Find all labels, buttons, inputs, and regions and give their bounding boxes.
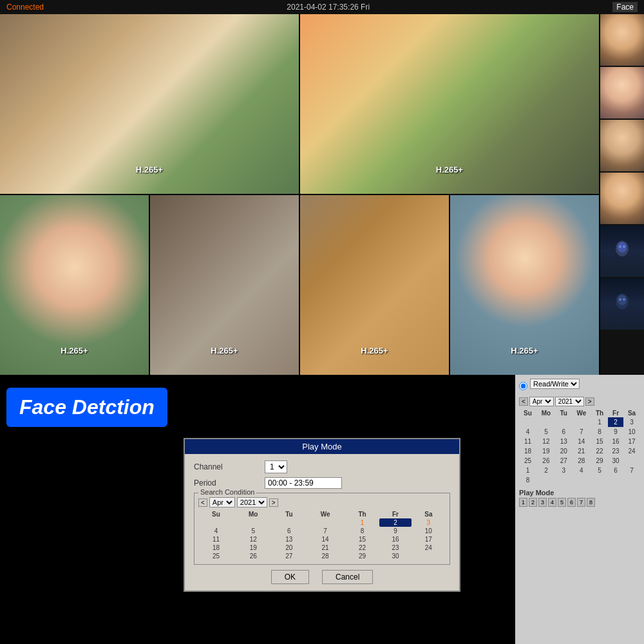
svg-point-5 bbox=[618, 295, 627, 305]
cal-prev-button[interactable]: < bbox=[519, 397, 528, 406]
face-thumb-2[interactable] bbox=[600, 67, 644, 118]
video-label-1: H.265+ bbox=[136, 165, 163, 175]
cal-header-sa: Sa bbox=[623, 409, 640, 417]
face-thumb-3[interactable] bbox=[600, 120, 644, 171]
period-row: Period bbox=[194, 477, 450, 489]
period-label: Period bbox=[194, 478, 265, 488]
svg-point-1 bbox=[618, 242, 627, 252]
play-mode-num-3[interactable]: 3 bbox=[538, 498, 547, 507]
channel-select[interactable]: 1 bbox=[265, 460, 287, 473]
mini-cal-table: SuMoTu WeThFrSa 123 4567 8910 11121314 1… bbox=[198, 510, 446, 560]
cal-header-su: Su bbox=[519, 409, 536, 417]
face-thumb-1[interactable] bbox=[600, 14, 644, 66]
video-cell-5[interactable]: H.265+ bbox=[300, 195, 449, 375]
cal-year-select[interactable]: 2021 bbox=[555, 397, 584, 406]
mini-cal-prev[interactable]: < bbox=[198, 498, 207, 507]
play-mode-dialog-title: Play Mode bbox=[185, 439, 459, 454]
cal-header-tu: Tu bbox=[556, 409, 572, 417]
video-cell-2[interactable]: H.265+ bbox=[300, 14, 599, 194]
datetime-display: 2021-04-02 17:35:26 Fri bbox=[287, 3, 370, 12]
play-mode-num-8[interactable]: 8 bbox=[587, 498, 595, 507]
search-condition-box: Search Condition < Apr 2021 > SuMoTu bbox=[194, 493, 450, 565]
svg-point-2 bbox=[619, 245, 621, 248]
top-bar: Connected 2021-04-02 17:35:26 Fri Face bbox=[0, 0, 644, 14]
cal-header-th: Th bbox=[591, 409, 608, 417]
cal-month-select[interactable]: Apr bbox=[529, 397, 554, 406]
cal-header-fr: Fr bbox=[608, 409, 623, 417]
mini-cal-header: < Apr 2021 > bbox=[198, 497, 446, 507]
dialog-content: Channel 1 Period Search Condition < Apr … bbox=[185, 454, 459, 591]
play-mode-num-1[interactable]: 1 bbox=[519, 498, 527, 507]
face-mode-label: Face bbox=[612, 2, 638, 12]
period-input[interactable] bbox=[265, 477, 342, 489]
read-write-select[interactable]: Read/Write bbox=[530, 379, 580, 389]
face-thumb-4[interactable] bbox=[600, 173, 644, 224]
video-label-2: H.265+ bbox=[436, 165, 463, 175]
video-cell-6[interactable]: H.265+ bbox=[450, 195, 599, 375]
dialog-buttons: OK Cancel bbox=[194, 570, 450, 584]
play-mode-num-5[interactable]: 5 bbox=[558, 498, 566, 507]
svg-point-3 bbox=[623, 245, 625, 248]
channel-row: Channel 1 bbox=[194, 460, 450, 473]
play-mode-num-6[interactable]: 6 bbox=[567, 498, 576, 507]
mini-calendar: < Apr 2021 > SuMoTu WeThFrSa bbox=[198, 497, 446, 560]
video-label-5: H.265+ bbox=[361, 346, 388, 355]
cancel-button[interactable]: Cancel bbox=[322, 570, 373, 584]
cal-header-mo: Mo bbox=[536, 409, 556, 417]
cal-header-we: We bbox=[572, 409, 592, 417]
video-label-3: H.265+ bbox=[61, 346, 88, 355]
right-calendar-table: Su Mo Tu We Th Fr Sa 123 4567 8910 11121… bbox=[519, 409, 640, 485]
cal-next-button[interactable]: > bbox=[585, 397, 594, 406]
face-detection-banner: Face Detction bbox=[6, 388, 167, 427]
play-mode-num-7[interactable]: 7 bbox=[577, 498, 585, 507]
ok-button[interactable]: OK bbox=[271, 570, 309, 584]
channel-label: Channel bbox=[194, 462, 265, 471]
read-write-radio[interactable] bbox=[519, 382, 527, 390]
play-mode-row: 1 2 3 4 5 6 7 8 bbox=[519, 498, 640, 507]
video-cell-4[interactable]: H.265+ bbox=[150, 195, 299, 375]
play-mode-num-2[interactable]: 2 bbox=[529, 498, 537, 507]
video-label-4: H.265+ bbox=[211, 346, 238, 355]
mini-cal-year-select[interactable]: 2021 bbox=[237, 497, 267, 507]
video-label-6: H.265+ bbox=[511, 346, 538, 355]
svg-point-7 bbox=[623, 298, 625, 301]
mini-cal-next[interactable]: > bbox=[269, 498, 278, 507]
video-cell-1[interactable]: H.265+ bbox=[0, 14, 299, 194]
video-cell-3[interactable]: H.265+ bbox=[0, 195, 149, 375]
video-grid: H.265+ H.265+ H.265+ H.265+ H.265+ H.265… bbox=[0, 14, 599, 375]
svg-point-6 bbox=[619, 298, 621, 301]
search-condition-label: Search Condition bbox=[198, 488, 256, 496]
right-calendar-panel: Read/Write < Apr 2021 > Su Mo Tu We Th F… bbox=[515, 375, 644, 644]
calendar-nav: < Apr 2021 > bbox=[519, 397, 640, 406]
play-mode-num-4[interactable]: 4 bbox=[548, 498, 556, 507]
face-thumb-5[interactable] bbox=[600, 225, 644, 277]
play-mode-dialog: Play Mode Channel 1 Period Search Condit… bbox=[184, 438, 460, 592]
right-sidebar-faces bbox=[600, 14, 644, 375]
connected-status: Connected bbox=[6, 3, 44, 12]
play-mode-section-title: Play Mode bbox=[519, 489, 640, 497]
mini-cal-month-select[interactable]: Apr bbox=[209, 497, 235, 507]
face-thumb-6[interactable] bbox=[600, 278, 644, 330]
